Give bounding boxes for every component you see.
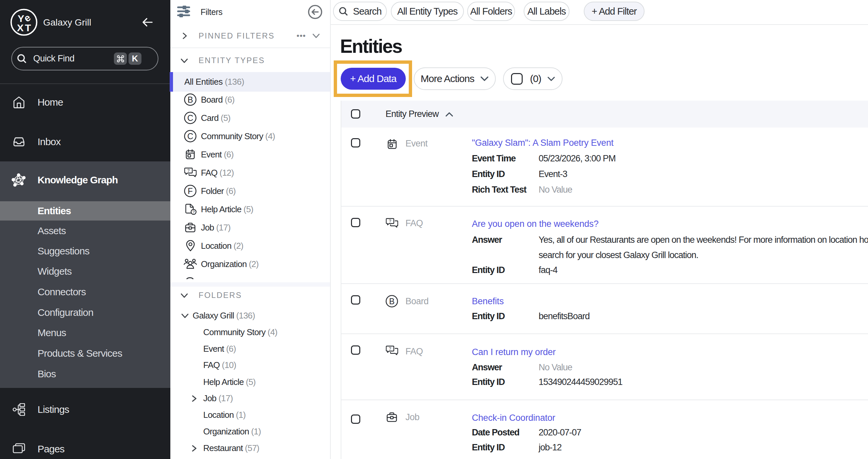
svg-text:?: ?	[193, 210, 195, 215]
svg-text:T: T	[25, 22, 31, 33]
svg-text:B: B	[389, 297, 395, 306]
svg-text:?: ?	[389, 346, 391, 351]
svg-text:X: X	[17, 22, 24, 33]
svg-text:C: C	[187, 131, 193, 141]
svg-text:B: B	[188, 95, 193, 104]
svg-text:C: C	[187, 113, 193, 123]
svg-text:?: ?	[389, 218, 391, 223]
svg-text:?: ?	[187, 168, 190, 173]
svg-text:F: F	[188, 186, 193, 195]
